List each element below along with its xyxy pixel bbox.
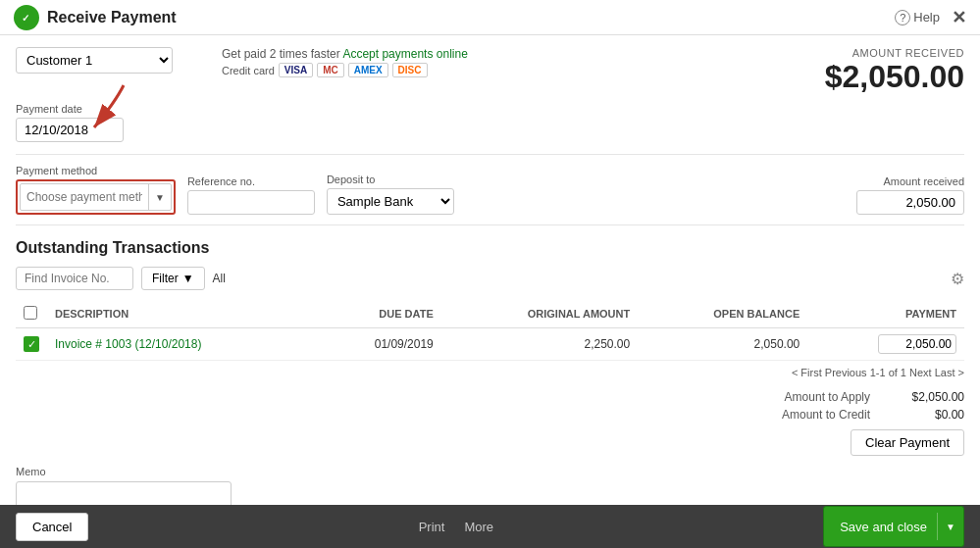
last-link[interactable]: Last > [935,367,964,378]
payment-method-input[interactable] [21,186,148,208]
save-close-button[interactable]: Save and close ▼ [823,506,964,547]
visa-icon: VISA [279,63,313,77]
transactions-table: DESCRIPTION DUE DATE ORIGINAL AMOUNT OPE… [16,300,964,361]
filter-label: Filter [152,272,179,285]
first-link[interactable]: < First [792,367,822,378]
payment-prompt-text: Get paid 2 times faster Accept payments … [222,47,468,61]
header-left: ✓ Receive Payment [14,5,177,30]
payment-input[interactable] [878,334,956,354]
app-logo: ✓ [14,5,39,30]
filter-dropdown-arrow: ▼ [182,272,194,285]
payment-method-dropdown-arrow[interactable]: ▼ [148,184,171,210]
previous-link[interactable]: Previous [825,367,867,378]
amount-to-credit-value: $0.00 [886,408,964,422]
payment-date-label: Payment date [16,103,964,115]
page-info: 1-1 of 1 [870,367,909,378]
amount-received-block: AMOUNT RECEIVED $2,050.00 [825,47,964,95]
settings-icon[interactable]: ⚙ [951,270,964,288]
card-icons: Credit card VISA MC AMEX DISC [222,63,468,77]
payment-method-label: Payment method [16,165,176,176]
checked-checkbox[interactable]: ✓ [24,336,39,352]
original-amount-cell: 2,250.00 [441,328,638,361]
invoice-link[interactable]: Invoice # 1003 (12/10/2018) [55,337,201,351]
fields-row: Payment method ▼ Reference no. Deposit t… [16,154,964,225]
memo-section: Memo [16,466,964,505]
amount-to-apply-value: $2,050.00 [886,390,964,404]
reference-input[interactable] [187,190,315,215]
next-link[interactable]: Next [909,367,932,378]
select-all-checkbox[interactable] [24,306,37,320]
filter-button[interactable]: Filter ▼ [141,267,205,290]
amount-to-apply-row: Amount to Apply $2,050.00 [785,390,964,404]
table-row: ✓ Invoice # 1003 (12/10/2018) 01/09/2019… [16,328,964,361]
open-balance-header: OPEN BALANCE [638,300,807,328]
cancel-button[interactable]: Cancel [16,513,88,541]
deposit-label: Deposit to [327,174,454,185]
amount-to-apply-label: Amount to Apply [785,390,870,404]
print-link[interactable]: Print [419,520,445,534]
svg-text:✓: ✓ [22,13,29,24]
filter-row: Filter ▼ All ⚙ [16,267,964,290]
amount-received-value: $2,050.00 [825,59,964,95]
memo-label: Memo [16,466,964,477]
page-title: Receive Payment [47,9,177,26]
clear-payment-button[interactable]: Clear Payment [851,429,964,456]
due-date-header: DUE DATE [317,300,441,328]
header-right: ? Help ✕ [895,7,966,28]
credit-card-label: Credit card [222,65,275,76]
outstanding-title: Outstanding Transactions [16,239,964,257]
payment-header: PAYMENT [807,300,964,328]
payment-method-inner: ▼ [20,183,172,211]
original-amount-header: ORIGINAL AMOUNT [441,300,638,328]
amount-to-credit-label: Amount to Credit [782,408,870,422]
find-invoice-input[interactable] [16,267,133,290]
amount-received-field-group: Amount received [856,175,964,215]
amount-to-credit-row: Amount to Credit $0.00 [782,408,964,422]
memo-textarea[interactable] [16,481,232,505]
amount-received-field-label: Amount received [856,175,964,187]
deposit-select[interactable]: Sample Bank [327,188,454,215]
customer-select[interactable]: Customer 1 [16,47,173,74]
date-row: Payment date [16,103,964,142]
open-balance-cell: 2,050.00 [638,328,807,361]
save-close-label: Save and close [840,520,937,534]
row-checkbox-cell: ✓ [16,328,47,361]
amount-received-label: AMOUNT RECEIVED [825,47,964,59]
deposit-group: Deposit to Sample Bank [327,174,454,215]
payment-method-group: Payment method ▼ [16,165,176,215]
description-cell: Invoice # 1003 (12/10/2018) [47,328,317,361]
outstanding-transactions-section: Outstanding Transactions Filter ▼ All ⚙ … [16,239,964,378]
save-close-dropdown-arrow[interactable]: ▼ [938,522,963,532]
reference-group: Reference no. [187,175,315,215]
footer: Cancel Print More Save and close ▼ [0,505,980,548]
description-header: DESCRIPTION [47,300,317,328]
top-info: Customer 1 Get paid 2 times faster Accep… [16,47,468,77]
summary-section: Amount to Apply $2,050.00 Amount to Cred… [16,390,964,456]
payment-method-box: ▼ [16,179,176,215]
help-label: Help [913,10,940,25]
reference-label: Reference no. [187,175,315,187]
question-icon: ? [895,10,910,25]
more-link[interactable]: More [464,520,493,534]
close-button[interactable]: ✕ [952,7,966,28]
mastercard-icon: MC [317,63,344,77]
select-all-header [16,300,47,328]
all-link[interactable]: All [213,272,226,285]
due-date-cell: 01/09/2019 [317,328,441,361]
discover-icon: DISC [392,63,428,77]
top-row: Customer 1 Get paid 2 times faster Accep… [16,47,964,95]
main-content: Customer 1 Get paid 2 times faster Accep… [0,35,980,505]
deposit-row: Sample Bank [327,188,454,215]
amount-received-input[interactable] [856,190,964,215]
payment-date-input[interactable] [16,118,124,142]
payment-cell [807,328,964,361]
accept-payments-link[interactable]: Accept payments online [342,47,467,61]
amex-icon: AMEX [348,63,388,77]
footer-center: Print More [419,520,493,534]
pagination: < First Previous 1-1 of 1 Next Last > [16,367,964,378]
header: ✓ Receive Payment ? Help ✕ [0,0,980,35]
help-link[interactable]: ? Help [895,10,940,25]
payment-prompt: Get paid 2 times faster Accept payments … [222,47,468,77]
